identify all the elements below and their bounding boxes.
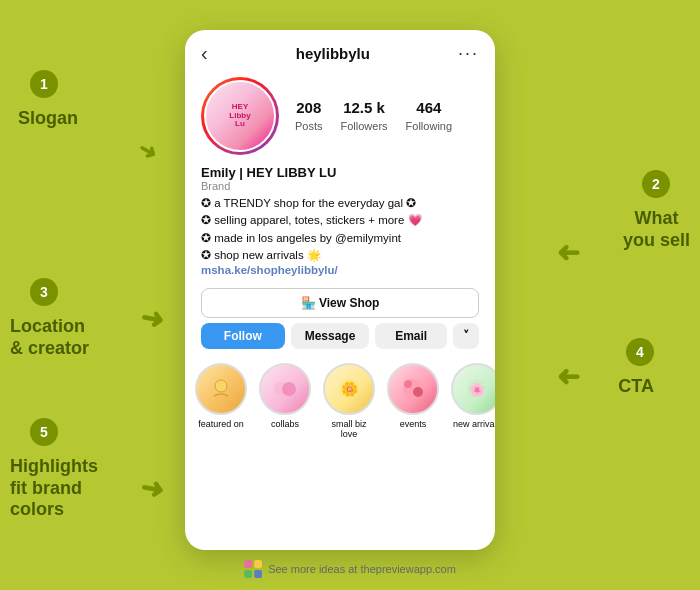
more-options-button[interactable]: ··· bbox=[458, 43, 479, 64]
svg-rect-13 bbox=[254, 570, 262, 578]
svg-point-2 bbox=[282, 382, 296, 396]
arrow-highlights: ➜ bbox=[137, 470, 165, 506]
highlight-circle-events bbox=[387, 363, 439, 415]
bio-line-2: ✪ selling apparel, totes, stickers + mor… bbox=[201, 212, 479, 229]
watermark: See more ideas at thepreviewapp.com bbox=[244, 560, 456, 578]
label-highlights: Highlightsfit brandcolors bbox=[10, 456, 98, 521]
highlight-new-arrivals[interactable]: 🌸 new arrivals bbox=[451, 363, 495, 439]
label-what-you-sell: Whatyou sell bbox=[623, 208, 690, 251]
ig-bio: Emily | HEY LIBBY LU Brand ✪ a TRENDY sh… bbox=[185, 163, 495, 282]
action-buttons: Follow Message Email ˅ bbox=[185, 323, 495, 357]
ig-category: Brand bbox=[201, 180, 479, 192]
highlight-featured-on[interactable]: featured on bbox=[195, 363, 247, 439]
highlight-circle-newarrivals: 🌸 bbox=[451, 363, 495, 415]
svg-point-7 bbox=[413, 387, 423, 397]
ig-link[interactable]: msha.ke/shopheylibbylu/ bbox=[201, 264, 479, 276]
highlight-label-collabs: collabs bbox=[271, 419, 299, 429]
view-shop-button[interactable]: 🏪 View Shop bbox=[201, 288, 479, 318]
label-number-1: 1 bbox=[30, 70, 58, 98]
bio-line-4: ✪ shop new arrivals 🌟 bbox=[201, 247, 479, 264]
svg-text:🌼: 🌼 bbox=[341, 381, 359, 398]
phone-mockup: ‹ heylibbylu ··· HEYLibbyLu 208 Posts 12… bbox=[185, 30, 495, 550]
label-location-creator: Location& creator bbox=[10, 316, 89, 359]
label-number-4: 4 bbox=[626, 338, 654, 366]
arrow-location: ➜ bbox=[137, 300, 165, 336]
watermark-icon bbox=[244, 560, 262, 578]
highlight-small-biz-love[interactable]: 🌼 small biz love bbox=[323, 363, 375, 439]
highlight-circle-collabs bbox=[259, 363, 311, 415]
svg-point-6 bbox=[404, 380, 412, 388]
arrow-what-you-sell: ➜ bbox=[557, 236, 580, 269]
label-number-5: 5 bbox=[30, 418, 58, 446]
bio-line-1: ✪ a TRENDY shop for the everyday gal ✪ bbox=[201, 195, 479, 212]
bio-line-3: ✪ made in los angeles by @emilymyint bbox=[201, 230, 479, 247]
stat-following: 464 Following bbox=[406, 99, 452, 134]
highlight-circle-featured bbox=[195, 363, 247, 415]
ig-header: ‹ heylibbylu ··· bbox=[185, 30, 495, 73]
ig-profile-row: HEYLibbyLu 208 Posts 12.5 k Followers 46… bbox=[185, 73, 495, 163]
highlight-label-smallbiz: small biz love bbox=[323, 419, 375, 439]
svg-text:🌸: 🌸 bbox=[469, 381, 486, 398]
avatar: HEYLibbyLu bbox=[204, 80, 276, 152]
label-cta: CTA bbox=[618, 376, 654, 398]
highlight-events[interactable]: events bbox=[387, 363, 439, 439]
stat-followers: 12.5 k Followers bbox=[341, 99, 388, 134]
ig-username: heylibbylu bbox=[296, 45, 370, 62]
highlight-circle-smallbiz: 🌼 bbox=[323, 363, 375, 415]
label-slogan: Slogan bbox=[18, 108, 78, 130]
arrow-slogan: ➜ bbox=[133, 135, 162, 167]
ig-highlights: featured on collabs 🌼 small biz love eve… bbox=[185, 357, 495, 449]
follow-button[interactable]: Follow bbox=[201, 323, 285, 349]
svg-point-0 bbox=[215, 380, 227, 392]
dropdown-button[interactable]: ˅ bbox=[453, 323, 479, 349]
message-button[interactable]: Message bbox=[291, 323, 370, 349]
label-number-3: 3 bbox=[30, 278, 58, 306]
email-button[interactable]: Email bbox=[375, 323, 447, 349]
label-number-2: 2 bbox=[642, 170, 670, 198]
back-button[interactable]: ‹ bbox=[201, 42, 208, 65]
ig-stats: 208 Posts 12.5 k Followers 464 Following bbox=[295, 99, 452, 134]
svg-rect-11 bbox=[254, 560, 262, 568]
stat-posts: 208 Posts bbox=[295, 99, 323, 134]
highlight-label-featured: featured on bbox=[198, 419, 244, 429]
ig-display-name: Emily | HEY LIBBY LU bbox=[201, 165, 479, 180]
highlight-label-events: events bbox=[400, 419, 427, 429]
highlight-label-newarrivals: new arrivals bbox=[453, 419, 495, 429]
svg-rect-12 bbox=[244, 570, 252, 578]
arrow-cta: ➜ bbox=[557, 360, 580, 393]
avatar-ring: HEYLibbyLu bbox=[201, 77, 279, 155]
highlight-collabs[interactable]: collabs bbox=[259, 363, 311, 439]
svg-rect-10 bbox=[244, 560, 252, 568]
